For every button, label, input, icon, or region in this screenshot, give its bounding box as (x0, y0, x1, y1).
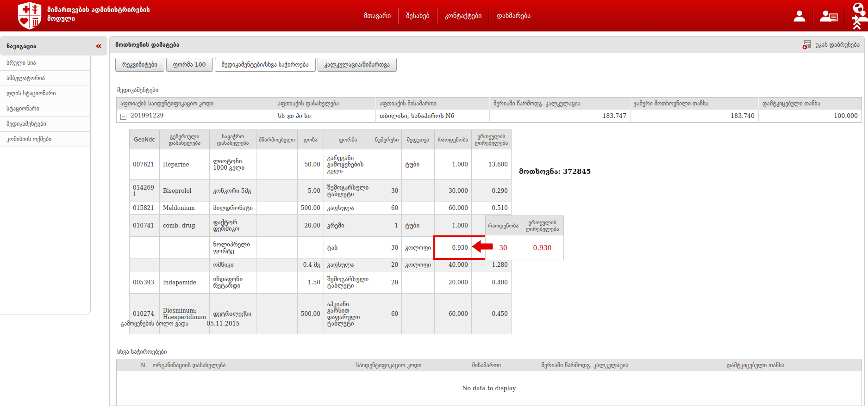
cell (159, 259, 210, 271)
column-header: აფთიაქის საიდენტიფიკაციო კოდი (117, 98, 274, 110)
cell: კოლოფი (402, 237, 435, 259)
red-arrow-left-icon (472, 240, 493, 255)
column-header: რაოდენობა (434, 130, 471, 149)
sidebar-title: ნავიგაცია (6, 43, 37, 49)
drug-row[interactable]: ომნიკი 0.4 მგ კაფსულა 20 კოლოფი 40.000 1… (130, 259, 512, 271)
cell: ტუბი (402, 149, 435, 180)
cell: 1.50 (297, 271, 324, 294)
column-header: მერიაში წარმოდგ. კალკულაცია (490, 98, 631, 110)
app-title-line2: მოდული (47, 14, 150, 23)
drug-row[interactable]: 010741 comb. drug ფაქტორ დერმიკო 20.00 კ… (130, 215, 512, 237)
column-header: დოზა (297, 130, 324, 149)
cell: ნოლიპრელი ფორტე (210, 237, 256, 259)
sidebar-item-hospital[interactable]: სტაციონარი (0, 101, 90, 117)
sidebar-collapse-icon[interactable] (95, 41, 102, 50)
cell: ომნიკი (210, 259, 256, 271)
collapse-row-icon[interactable] (120, 114, 126, 120)
cell: 20.000 (434, 271, 471, 294)
language-globe-icon[interactable] (852, 2, 864, 16)
sidebar-item-medications[interactable]: მედიკამენტები (0, 117, 90, 132)
cell: 500.00 (297, 294, 324, 334)
nav-item-help[interactable]: დახმარება (489, 9, 538, 22)
annotation-values-row: 30 0.930 (486, 235, 564, 260)
column-header: საიდენტიფიკაციო კოდი (353, 359, 468, 372)
cell (256, 180, 298, 202)
nav-item-home[interactable]: მთავარი (356, 9, 398, 22)
cell: კაფსულა (324, 259, 372, 271)
drug-row[interactable]: 010274 Diosminum; Haesperidinum დეტრალექ… (130, 294, 512, 334)
cell: 50.00 (297, 149, 324, 180)
sidebar-item-commission-protocols[interactable]: კომისიის ოქმები (0, 132, 90, 147)
cell (256, 259, 298, 271)
cell: 005393 (130, 271, 160, 294)
request-number-note: მოთხოვნა: 372845 (519, 167, 591, 175)
tab-calculation-referral[interactable]: კალკულაცია/მიმართვა (318, 58, 397, 72)
drug-row[interactable]: 015821 Meldonium მილდრონატი 500.00 კაფსუ… (130, 202, 512, 215)
cell: 0.400 (471, 271, 511, 294)
sidebar: ნავიგაცია სრული სია ამბულატორია დღის სტა… (0, 36, 107, 314)
cell: შემოგარსული ტაბლეტი (324, 180, 372, 202)
column-header: დამტკიცებული თანხა (759, 98, 862, 110)
sidebar-item-ambulatory[interactable]: ამბულატორია (0, 71, 90, 86)
nav-item-contacts[interactable]: კონტაქტები (437, 9, 489, 22)
content-area: მედიკამენტები აფთიაქის საიდენტიფიკაციო კ… (110, 86, 864, 406)
column-header: ერთეულის ღირებულება (521, 216, 564, 235)
cell: 1.000 (434, 149, 471, 180)
cell: ტუბი (402, 215, 435, 237)
cell: ლიოტონი 1000 გელი (210, 149, 256, 180)
cell (256, 237, 298, 259)
user-profile-icon[interactable] (786, 7, 813, 26)
cell: 5.00 (297, 180, 324, 202)
drug-row[interactable]: 014269-1 Bisoprolol კონკორი 5მგ 5.00 შემ… (130, 180, 512, 202)
sidebar-item-day-hospital[interactable]: დღის სტაციონარი (0, 86, 90, 101)
cell: Meldonium (159, 202, 210, 215)
pharmacy-approved: 100.000 (759, 110, 862, 123)
sidebar-header: ნავიგაცია (0, 36, 107, 55)
sidebar-item-full-list[interactable]: სრული სია (0, 55, 90, 71)
app-header: მიმართვების ადმინისტრირების მოდული მთავა… (0, 0, 868, 31)
column-header: მისამართი (468, 359, 538, 372)
page-title: მოთხოვნის დამატება (115, 41, 180, 48)
cell: ინდაფონი რეტარდი (210, 271, 256, 294)
column-header: გენერიული დასახელება (159, 130, 210, 149)
drug-row-highlighted[interactable]: ნოლიპრელი ფორტე ტაბ 30 კოლოფი 0.930 27.9… (130, 237, 512, 259)
expiry-value: 05.11.2015 (206, 320, 240, 327)
column-header: ნუმერუსი (372, 130, 402, 149)
cell: 60 (372, 202, 402, 215)
cell: გარეგანი გამოყენების გელი (324, 149, 372, 180)
cell: Diosminum; Haesperidinum (159, 294, 210, 334)
other-needs-grid: N ორგანიზაციის დასახელება საიდენტიფიკაცი… (116, 359, 862, 406)
cell: კოლოფი (402, 259, 435, 271)
nav-item-about[interactable]: შესახებ (399, 9, 437, 22)
cell: 60.000 (434, 294, 471, 334)
column-header: ფორმა (324, 130, 372, 149)
back-button-label: უკან დაბრუნება (816, 41, 860, 48)
cell: 40.000 (434, 259, 471, 271)
cell: 1 (372, 215, 402, 237)
tab-requisites[interactable]: რეკვიზიტები (115, 58, 164, 72)
cell: 010741 (130, 215, 160, 237)
annotation-table-header: რაოდენობა ერთეულის ღირებულება (486, 216, 564, 235)
collapse-header-icon[interactable] (851, 19, 862, 32)
back-button[interactable]: უკან დაბრუნება (801, 39, 860, 50)
cell (372, 149, 402, 180)
cell: 1.280 (471, 259, 511, 271)
cell: კონკორი 5მგ (210, 180, 256, 202)
pharmacy-address: თბილისი, სანაპიროს N6 (376, 110, 490, 123)
cell: შემოგარსული ტაბლეტი (324, 271, 372, 294)
drug-row[interactable]: 005393 Indapamide ინდაფონი რეტარდი 1.50 … (130, 271, 512, 294)
cell (256, 271, 298, 294)
app-title-line1: მიმართვების ადმინისტრირების (47, 6, 150, 14)
annotation-table: რაოდენობა ერთეულის ღირებულება 30 0.930 (485, 215, 564, 260)
cell (256, 294, 298, 334)
tab-medications-other-needs[interactable]: მედიკამენტები/სხვა საჭიროება (215, 58, 316, 72)
cell: 014269-1 (130, 180, 160, 202)
column-header: ორგანიზაციის დასახელება (149, 359, 353, 372)
corner-tools (847, 0, 866, 31)
cell: 60 (372, 294, 402, 334)
drug-row[interactable]: 007621 Heparine ლიოტონი 1000 გელი 50.00 … (130, 149, 512, 180)
cell: 30 (372, 180, 402, 202)
tab-form-100[interactable]: ფორმა 100 (166, 58, 213, 72)
user-list-icon[interactable] (813, 7, 845, 26)
pharmacy-row[interactable]: 201991229 სს ჯი პი სი თბილისი, სანაპიროს… (117, 110, 862, 123)
